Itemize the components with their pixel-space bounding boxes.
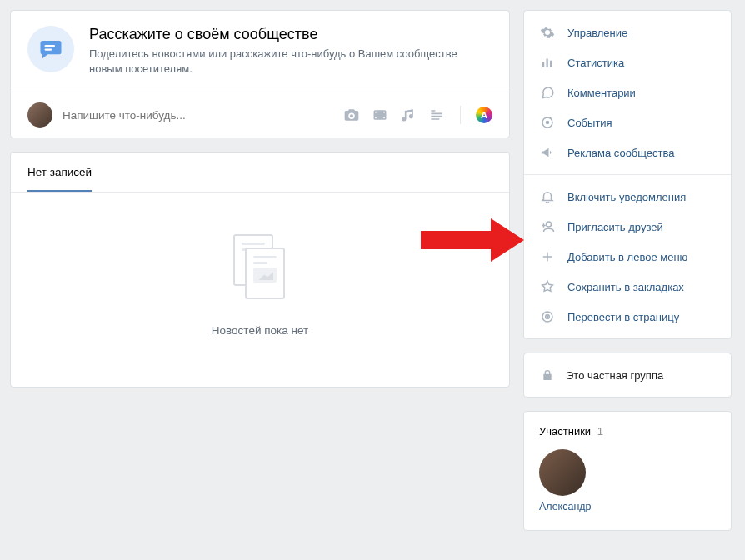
sidebar-item-ads[interactable]: Реклама сообщества	[524, 138, 731, 168]
sidebar-action-notifications[interactable]: Включить уведомления	[524, 182, 731, 212]
members-header[interactable]: Участники 1	[539, 425, 716, 438]
sidebar-item-label: Сохранить в закладках	[568, 281, 684, 293]
sidebar-item-label: Реклама сообщества	[568, 147, 675, 159]
sidebar-item-manage[interactable]: Управление	[524, 18, 731, 48]
video-icon[interactable]	[372, 107, 388, 123]
svg-rect-7	[542, 62, 544, 68]
empty-text: Новостей пока нет	[28, 324, 492, 337]
tab-no-posts[interactable]: Нет записей	[28, 152, 92, 192]
svg-rect-8	[547, 59, 548, 68]
intro-subtitle: Поделитесь новостями или расскажите что-…	[89, 47, 492, 77]
sidebar-item-label: Включить уведомления	[568, 191, 686, 203]
sidebar-item-label: Пригласить друзей	[568, 221, 663, 233]
compose-row: A	[11, 92, 509, 138]
sidebar-item-label: Добавить в левое меню	[568, 251, 688, 263]
sidebar-item-label: Управление	[568, 27, 628, 39]
lock-icon	[539, 367, 556, 383]
compose-input[interactable]	[62, 109, 333, 122]
sidebar-action-convert[interactable]: Перевести в страницу	[524, 302, 731, 332]
svg-point-12	[547, 222, 552, 227]
svg-rect-5	[383, 112, 385, 113]
sidebar-item-label: События	[568, 117, 612, 129]
empty-block: Новостей пока нет	[11, 192, 509, 387]
svg-rect-4	[375, 118, 377, 119]
convert-icon	[539, 308, 556, 325]
bell-icon	[539, 188, 556, 205]
sidebar-item-stats[interactable]: Статистика	[524, 48, 731, 78]
intro-title: Расскажите о своём сообществе	[89, 26, 492, 43]
member-item[interactable]: Александр	[539, 449, 592, 512]
svg-rect-9	[550, 61, 552, 68]
camera-icon[interactable]	[343, 107, 360, 123]
comment-icon	[539, 84, 556, 101]
poster-icon[interactable]: A	[476, 107, 492, 123]
private-group-box: Это частная группа	[523, 352, 732, 398]
sidebar-item-label: Комментарии	[568, 87, 636, 99]
intro-card: Расскажите о своём сообществе Поделитесь…	[10, 10, 510, 138]
compose-divider	[460, 106, 461, 124]
svg-rect-3	[375, 112, 377, 113]
svg-rect-6	[383, 118, 385, 119]
empty-illustration	[227, 234, 293, 309]
star-icon	[539, 278, 556, 295]
add-user-icon	[539, 218, 556, 235]
sidebar-item-label: Перевести в страницу	[568, 311, 679, 323]
sidebar-action-leftmenu[interactable]: Добавить в левое меню	[524, 242, 731, 272]
sidebar-action-invite[interactable]: Пригласить друзей	[524, 212, 731, 242]
sidebar-item-label: Статистика	[568, 57, 624, 69]
member-name: Александр	[539, 501, 592, 512]
tabs-row: Нет записей	[11, 152, 509, 192]
member-avatar	[539, 449, 586, 496]
stats-icon	[539, 54, 556, 71]
svg-point-11	[547, 122, 549, 124]
sidebar-action-bookmark[interactable]: Сохранить в закладках	[524, 272, 731, 302]
megaphone-icon	[539, 144, 556, 161]
gear-icon	[539, 24, 556, 41]
sidebar-item-comments[interactable]: Комментарии	[524, 78, 731, 108]
private-text: Это частная группа	[566, 369, 663, 382]
sidebar-menu: Управление Статистика Комментарии Событи…	[523, 10, 732, 339]
article-icon[interactable]	[428, 107, 445, 123]
intro-chat-icon	[28, 26, 74, 72]
music-icon[interactable]	[400, 107, 417, 123]
members-title: Участники	[539, 425, 591, 438]
wall-card: Нет записей Новостей пока нет	[10, 152, 510, 388]
sidebar-item-events[interactable]: События	[524, 108, 731, 138]
members-count: 1	[598, 425, 603, 438]
compose-avatar[interactable]	[28, 102, 52, 128]
svg-rect-0	[45, 45, 56, 47]
svg-rect-1	[45, 48, 52, 50]
sidebar-separator	[524, 174, 731, 175]
events-icon	[539, 114, 556, 131]
plus-icon	[539, 248, 556, 265]
members-box: Участники 1 Александр	[523, 411, 732, 531]
